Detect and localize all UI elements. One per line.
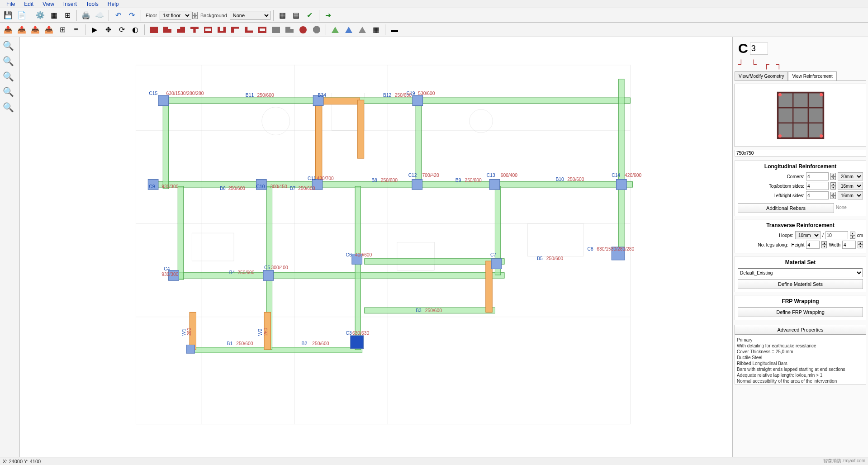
hoops-dia-select[interactable]: 10mm — [795, 231, 821, 239]
angle-180-icon[interactable]: ┌ — [764, 60, 773, 68]
zoom-in-icon[interactable]: 🔍 — [1, 39, 15, 52]
menu-edit[interactable]: Edit — [19, 0, 38, 8]
material-section: Material Set Default_Existing Define Mat… — [735, 256, 866, 292]
menu-tools[interactable]: Tools — [81, 0, 103, 8]
section-oct-icon[interactable] — [310, 24, 323, 36]
view3d-icon[interactable]: ▦ — [276, 9, 289, 21]
stairs-icon[interactable]: ≡ — [70, 24, 82, 36]
svg-text:C6: C6 — [346, 252, 351, 257]
angle-270-icon[interactable]: ┐ — [776, 60, 785, 68]
grid2-icon[interactable]: ⊞ — [56, 24, 69, 36]
slab-green-icon[interactable] — [329, 24, 342, 36]
save-icon[interactable]: 💾 — [2, 9, 14, 21]
section-l1-icon[interactable] — [161, 24, 174, 36]
hoops-spinner[interactable]: ▲▼ — [850, 232, 855, 239]
redo-icon[interactable]: ↷ — [125, 9, 138, 21]
corners-spinner[interactable]: ▲▼ — [830, 173, 836, 180]
corners-dia-select[interactable]: 20mm — [838, 172, 863, 180]
floor-plan-canvas[interactable]: C15630/1530/280/280 B11250/600 B34 B1225… — [20, 37, 732, 457]
slab-grey-icon[interactable] — [356, 24, 369, 36]
grid-add-icon[interactable]: ⊞ — [61, 9, 74, 21]
menu-help[interactable]: Help — [103, 0, 123, 8]
angle-90-icon[interactable]: └ — [751, 60, 760, 68]
rotate-icon[interactable]: ⟳ — [115, 24, 128, 36]
background-select[interactable]: None — [230, 11, 270, 20]
element-id-header: C — [735, 39, 866, 58]
multi-slab-icon[interactable]: ▦ — [370, 24, 382, 36]
section-u-icon[interactable] — [215, 24, 228, 36]
layers-icon[interactable]: ▤ — [290, 9, 303, 21]
svg-text:B12: B12 — [383, 93, 392, 98]
legs-h-spinner[interactable]: ▲▼ — [821, 241, 827, 248]
import-dwg-icon[interactable]: 📥 — [2, 24, 14, 36]
undo-icon[interactable]: ↶ — [112, 9, 124, 21]
lr-dia-select[interactable]: 16mm — [838, 191, 863, 199]
tb-value-input[interactable] — [806, 182, 829, 190]
wall-icon[interactable]: ▬ — [388, 24, 401, 36]
element-prefix: C — [738, 41, 748, 56]
svg-point-111 — [820, 93, 823, 96]
material-select[interactable]: Default_Existing — [738, 268, 863, 277]
legs-width-input[interactable] — [842, 241, 856, 249]
cloud-icon[interactable]: ☁️ — [93, 9, 106, 21]
zoom-out-icon[interactable]: 🔍 — [1, 54, 15, 68]
legs-height-input[interactable] — [806, 241, 820, 249]
tb-spinner[interactable]: ▲▼ — [830, 182, 836, 190]
angle-0-icon[interactable]: ┘ — [738, 60, 747, 68]
zoom-sel-icon[interactable]: 🔍 — [1, 85, 15, 99]
frp-section: FRP Wrapping Define FRP Wrapping — [735, 295, 866, 320]
lr-spinner[interactable]: ▲▼ — [830, 192, 836, 199]
define-material-button[interactable]: Define Material Sets — [738, 279, 863, 289]
dwg-save-icon[interactable]: 📄 — [15, 9, 28, 21]
zoom-pan-icon[interactable]: 🔍 — [1, 100, 15, 114]
import-red-icon[interactable]: 📥 — [15, 24, 28, 36]
lr-value-input[interactable] — [806, 191, 829, 199]
tab-geometry[interactable]: View/Modify Geometry — [735, 71, 788, 81]
menu-file[interactable]: File — [2, 0, 19, 8]
legs-w-spinner[interactable]: ▲▼ — [858, 241, 863, 248]
define-frp-button[interactable]: Define FRP Wrapping — [738, 307, 863, 317]
tb-dia-select[interactable]: 16mm — [838, 182, 863, 190]
section-preview — [735, 84, 866, 147]
settings-icon[interactable]: ⚙️ — [34, 9, 47, 21]
svg-text:300/450: 300/450 — [270, 184, 287, 189]
move-icon[interactable]: ✥ — [102, 24, 114, 36]
section-z2-icon[interactable] — [242, 24, 255, 36]
dimensions-input[interactable] — [735, 150, 866, 157]
section-circ-icon[interactable] — [297, 24, 309, 36]
import-grn-icon[interactable]: 📥 — [29, 24, 42, 36]
menu-view[interactable]: View — [38, 0, 59, 8]
section-t-icon[interactable] — [188, 24, 201, 36]
mirror-icon[interactable]: ◐ — [129, 24, 142, 36]
floor-spinner[interactable]: ▲▼ — [192, 12, 198, 19]
pointer-icon[interactable]: ▶ — [88, 24, 101, 36]
import-blu-icon[interactable]: 📥 — [43, 24, 55, 36]
svg-text:W1: W1 — [181, 328, 186, 336]
svg-text:B3: B3 — [416, 308, 422, 313]
section-g-icon[interactable] — [270, 24, 282, 36]
check-icon[interactable]: ✔ — [304, 9, 316, 21]
svg-text:B8: B8 — [371, 178, 377, 183]
section-z-icon[interactable] — [229, 24, 242, 36]
section-l2-icon[interactable] — [175, 24, 187, 36]
tab-reinforcement[interactable]: View Reinforcement — [788, 71, 836, 81]
slab-blue-icon[interactable] — [342, 24, 355, 36]
hoops-spacing-input[interactable] — [825, 231, 848, 239]
section-rect-icon[interactable] — [147, 24, 160, 36]
section-i-icon[interactable] — [202, 24, 214, 36]
advanced-properties-button[interactable]: Advanced Properties — [735, 325, 866, 335]
svg-rect-0 — [136, 65, 630, 424]
floor-select[interactable]: 1st floor — [160, 11, 191, 20]
exit-icon[interactable]: ➜ — [322, 9, 335, 21]
svg-text:430/700: 430/700 — [317, 176, 334, 181]
element-number-input[interactable] — [750, 43, 768, 55]
section-g2-icon[interactable] — [283, 24, 296, 36]
zoom-fit-icon[interactable]: 🔍 — [1, 70, 15, 83]
corners-value-input[interactable] — [806, 172, 829, 180]
svg-text:300/400: 300/400 — [271, 265, 288, 270]
grid-icon[interactable]: ▦ — [47, 9, 60, 21]
print-icon[interactable]: 🖨️ — [80, 9, 92, 21]
section-c-icon[interactable] — [256, 24, 269, 36]
additional-rebars-button[interactable]: Additional Rebars — [738, 203, 834, 213]
menu-insert[interactable]: Insert — [59, 0, 81, 8]
